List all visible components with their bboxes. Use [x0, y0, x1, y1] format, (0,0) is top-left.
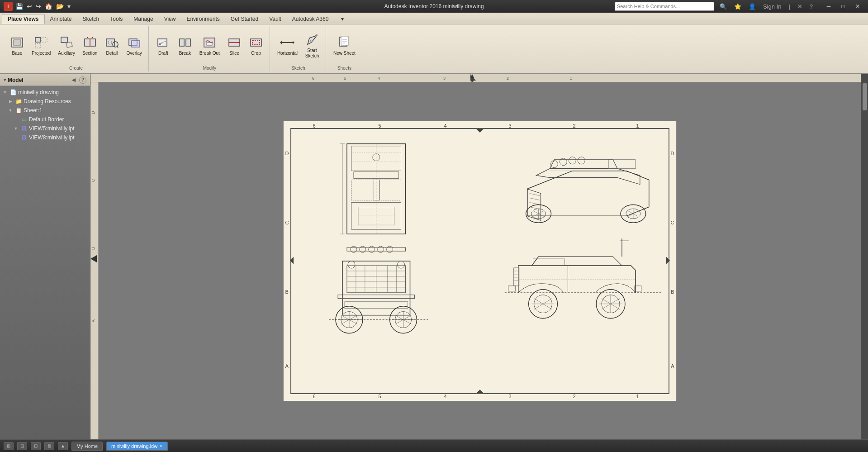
qa-home-btn[interactable]: 🏠 [44, 2, 53, 11]
create-group-label: Create [7, 65, 145, 71]
slice-label: Slice [229, 51, 239, 56]
projected-icon [34, 35, 48, 50]
tree-item-root[interactable]: ▼ 📄 miniwilly drawing [0, 88, 90, 97]
tab-manage[interactable]: Manage [128, 14, 158, 24]
tab-extras[interactable]: ▾ [336, 14, 349, 24]
qa-open-btn[interactable]: 📂 [55, 2, 65, 11]
overlay-btn[interactable]: Overlay [123, 33, 144, 58]
tab-autodesk-a360[interactable]: Autodesk A360 [287, 14, 334, 24]
search-input[interactable] [617, 4, 712, 9]
tab-my-home-label: My Home [76, 443, 98, 449]
tree-expand-drawing-resources[interactable]: ▶ [7, 98, 14, 105]
status-btn-1[interactable]: ⊞ [4, 442, 14, 450]
tree-item-drawing-resources[interactable]: ▶ 📁 Drawing Resources [0, 97, 90, 106]
svg-line-76 [529, 193, 540, 195]
start-sketch-icon [305, 33, 319, 47]
tab-environments[interactable]: Environments [181, 14, 225, 24]
svg-rect-21 [180, 39, 184, 46]
draft-btn[interactable]: A° Draft [153, 33, 173, 58]
drawing-content [284, 121, 676, 401]
tab-annotate[interactable]: Annotate [45, 14, 77, 24]
close-btn[interactable]: ✕ [851, 2, 864, 11]
break-btn[interactable]: Break [175, 33, 195, 58]
crop-icon [249, 35, 263, 50]
search-icon[interactable]: 🔍 [718, 2, 729, 11]
tree-expand-root[interactable]: ▼ [2, 89, 8, 95]
tab-sketch[interactable]: Sketch [77, 14, 105, 24]
status-btn-2[interactable]: ⊟ [17, 442, 27, 450]
right-scrollbar[interactable] [861, 74, 868, 439]
status-btn-3[interactable]: ⊡ [31, 442, 41, 450]
canvas-area: 6 5 4 3 2 1 D C B A [90, 74, 861, 439]
minimize-btn[interactable]: ─ [822, 2, 835, 11]
new-sheet-label: New Sheet [333, 51, 356, 56]
tab-close-icon[interactable]: ✕ [159, 444, 163, 448]
tree-icon-drawing-resources: 📁 [15, 98, 22, 105]
new-sheet-btn[interactable]: New Sheet [331, 33, 358, 58]
tree-item-view5[interactable]: ▼ 🖼 VIEW5:miniwilly.ipt [0, 124, 90, 133]
sign-in-btn[interactable]: Sign In [761, 2, 783, 11]
status-btn-4[interactable]: ⊠ [44, 442, 54, 450]
start-sketch-btn[interactable]: Start Sketch [302, 31, 322, 61]
tab-get-started[interactable]: Get Started [225, 14, 264, 24]
help-icon[interactable]: ? [808, 2, 815, 11]
tab-my-home[interactable]: My Home [71, 442, 103, 451]
qa-dropdown-btn[interactable]: ▾ [66, 2, 71, 11]
tree-expand-view5[interactable]: ▼ [13, 125, 19, 132]
tab-place-views[interactable]: Place Views [2, 14, 45, 24]
tab-miniwilly-label: miniwilly drawing.idw [111, 443, 157, 449]
drawing-sheet[interactable]: D C B A D C B A 6 5 4 3 2 1 [99, 82, 861, 439]
tree-item-sheet1[interactable]: ▼ 📋 Sheet:1 [0, 106, 90, 115]
model-dropdown-icon[interactable]: ▾ [4, 77, 6, 82]
section-btn[interactable]: Section [80, 33, 100, 58]
favorites-icon[interactable]: ⭐ [732, 2, 743, 11]
status-nav-up[interactable]: ▲ [58, 442, 68, 450]
model-expand-icon[interactable]: ◀ [72, 77, 76, 82]
tree-expand-sheet1[interactable]: ▼ [7, 107, 14, 114]
maximize-btn[interactable]: □ [836, 2, 850, 11]
svg-rect-64 [379, 180, 401, 200]
tab-view[interactable]: View [159, 14, 181, 24]
qa-save-btn[interactable]: 💾 [14, 2, 24, 11]
start-sketch-label: Start Sketch [305, 48, 319, 59]
svg-rect-3 [42, 38, 47, 42]
qa-redo-btn[interactable]: ↪ [35, 2, 42, 11]
crop-label: Crop [251, 51, 261, 56]
svg-rect-154 [508, 285, 515, 291]
user-icon[interactable]: 👤 [747, 2, 758, 11]
tree-icon-root: 📄 [9, 89, 17, 96]
base-btn[interactable]: Base [7, 33, 27, 58]
model-help-icon[interactable]: ? [79, 76, 86, 84]
auxiliary-btn[interactable]: Auxiliary [55, 33, 78, 58]
app-icon: I [4, 2, 13, 11]
tab-tools[interactable]: Tools [104, 14, 128, 24]
sheet-paper: D C B A D C B A 6 5 4 3 2 1 [283, 121, 677, 401]
svg-rect-26 [207, 43, 212, 45]
projected-btn[interactable]: Projected [29, 33, 53, 58]
svg-text:4: 4 [378, 76, 380, 81]
close-small-icon[interactable]: ✕ [796, 2, 804, 11]
search-box[interactable] [615, 2, 714, 11]
break-out-btn[interactable]: Break Out [197, 33, 223, 58]
tree-item-view8[interactable]: ▶ 🖼 VIEW8:miniwilly.ipt [0, 133, 90, 142]
crop-btn[interactable]: Crop [246, 33, 266, 58]
svg-rect-115 [338, 295, 414, 298]
detail-btn[interactable]: Detail [102, 33, 122, 58]
tree-icon-default-border: ▭ [20, 116, 28, 123]
svg-text:1: 1 [570, 76, 572, 81]
qa-undo-btn[interactable]: ↩ [26, 2, 33, 11]
status-bar: ⊞ ⊟ ⊡ ⊠ ▲ My Home miniwilly drawing.idw … [0, 439, 868, 452]
tree-item-default-border[interactable]: ▶ ▭ Default Border [0, 115, 90, 124]
tree-label-sheet1: Sheet:1 [24, 107, 42, 114]
tree-label-view8: VIEW8:miniwilly.ipt [29, 134, 74, 141]
modify-buttons: A° Draft Break [153, 26, 266, 65]
tree-label-drawing-resources: Drawing Resources [24, 98, 71, 105]
tab-vault[interactable]: Vault [264, 14, 286, 24]
tab-miniwilly-drawing[interactable]: miniwilly drawing.idw ✕ [106, 442, 168, 451]
horizontal-btn[interactable]: Horizontal [275, 33, 300, 58]
svg-text:B: B [91, 247, 95, 250]
slice-btn[interactable]: Slice [224, 33, 244, 58]
slice-icon [227, 35, 242, 50]
sheets-group-label: Sheets [331, 65, 358, 71]
scrollbar-thumb[interactable] [863, 83, 867, 110]
